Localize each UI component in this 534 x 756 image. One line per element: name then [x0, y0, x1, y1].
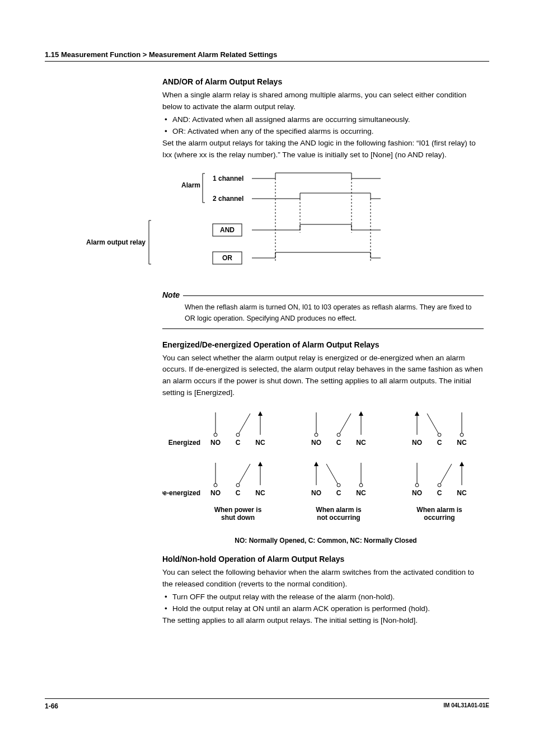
caption-alarm-not-occurring: When alarm is: [316, 506, 362, 514]
svg-text:NC: NC: [255, 489, 265, 497]
bullet: Turn OFF the output relay with the relea…: [162, 591, 484, 603]
svg-text:C: C: [236, 489, 241, 497]
label-or: OR: [222, 254, 232, 262]
page-footer: 1-66 IM 04L31A01-01E: [45, 698, 489, 710]
label-energized: Energized: [168, 439, 200, 447]
svg-text:not occurring: not occurring: [317, 514, 360, 522]
label-relay: Alarm output relay: [86, 238, 146, 246]
label-no: NO: [210, 439, 221, 447]
svg-text:NO: NO: [311, 439, 321, 447]
svg-text:C: C: [437, 489, 442, 497]
page-number: 1-66: [45, 702, 58, 710]
svg-text:NO: NO: [311, 489, 321, 497]
label-alarm: Alarm: [181, 181, 200, 189]
bullet: OR: Activated when any of the specified …: [162, 126, 484, 138]
bullet: AND: Activated when all assigned alarms …: [162, 114, 484, 126]
heading-energized: Energized/De-energized Operation of Alar…: [162, 340, 484, 349]
section-hold: Hold/Non-hold Operation of Alarm Output …: [162, 555, 484, 627]
label-ch2: 2 channel: [213, 195, 243, 203]
svg-text:NC: NC: [356, 489, 366, 497]
diagram-relay: Energized NO C NC NO C NC NO C NC De-ene…: [162, 407, 489, 532]
diagram-andor: Alarm 1 channel 2 channel Alarm output r…: [45, 171, 489, 280]
svg-text:NC: NC: [356, 439, 366, 447]
svg-text:shut down: shut down: [221, 514, 255, 522]
para: The setting applies to all alarm output …: [162, 615, 484, 627]
section-energized: Energized/De-energized Operation of Alar…: [162, 340, 484, 400]
label-and: AND: [220, 226, 235, 234]
label-c: C: [236, 439, 241, 447]
section-andor: AND/OR of Alarm Output Relays When a sin…: [162, 77, 484, 161]
svg-text:C: C: [437, 439, 442, 447]
note-body: When the reflash alarm is turned ON, I01…: [162, 302, 484, 328]
svg-text:NO: NO: [210, 489, 221, 497]
svg-text:NC: NC: [457, 439, 467, 447]
caption-alarm-occurring: When alarm is: [416, 506, 462, 514]
svg-text:C: C: [336, 439, 341, 447]
section-header: 1.15 Measurement Function > Measurement …: [45, 50, 489, 62]
label-ch1: 1 channel: [213, 175, 243, 182]
para: You can select whether the alarm output …: [162, 353, 484, 400]
para: When a single alarm relay is shared amon…: [162, 90, 484, 113]
note-block: Note When the reflash alarm is turned ON…: [162, 290, 484, 329]
svg-text:occurring: occurring: [424, 514, 455, 522]
svg-text:NC: NC: [457, 489, 467, 497]
para: You can select the following behavior wh…: [162, 567, 484, 590]
para: Set the alarm output relays for taking t…: [162, 138, 484, 161]
label-deenergized: De-energized: [162, 489, 200, 497]
bullet: Hold the output relay at ON until an ala…: [162, 603, 484, 615]
heading-andor: AND/OR of Alarm Output Relays: [162, 77, 484, 86]
caption-power-shutdown: When power is: [214, 506, 262, 514]
svg-text:NO: NO: [412, 489, 422, 497]
svg-text:C: C: [336, 489, 341, 497]
doc-id: IM 04L31A01-01E: [443, 702, 489, 710]
heading-hold: Hold/Non-hold Operation of Alarm Output …: [162, 555, 484, 564]
relay-legend: NO: Normally Opened, C: Common, NC: Norm…: [162, 537, 489, 544]
label-nc: NC: [255, 439, 265, 447]
note-title: Note: [162, 290, 183, 299]
svg-text:NO: NO: [412, 439, 422, 447]
